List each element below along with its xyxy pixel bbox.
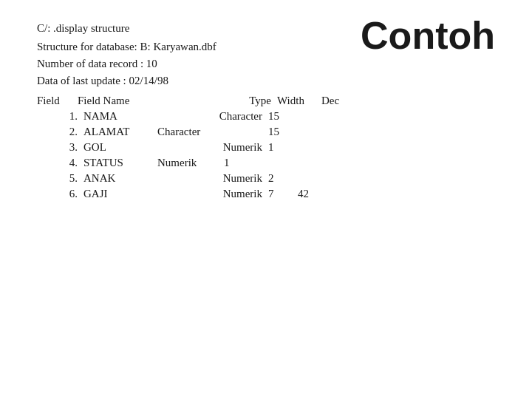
table-row: 1.NAMACharacter15 bbox=[37, 110, 495, 123]
header-field: Field bbox=[37, 95, 78, 107]
row-number: 2. bbox=[63, 126, 83, 138]
header-type: Type bbox=[151, 95, 277, 107]
table-row: 2.ALAMATCharacter15 bbox=[37, 126, 495, 138]
row-indent bbox=[37, 141, 63, 154]
row-indent bbox=[37, 172, 63, 185]
row-number: 5. bbox=[63, 172, 83, 185]
row-fieldname: ANAK bbox=[83, 172, 157, 185]
row-number: 1. bbox=[63, 110, 83, 123]
row-type: Character bbox=[157, 126, 268, 138]
row-indent bbox=[37, 126, 63, 138]
row-number: 3. bbox=[63, 141, 83, 154]
row-width: 1 bbox=[224, 157, 253, 169]
row-fieldname: GOL bbox=[83, 141, 157, 154]
row-type: Numerik bbox=[157, 141, 268, 154]
row-width: 15 bbox=[268, 110, 298, 123]
row-width: 2 bbox=[268, 172, 298, 185]
page-title: Contoh bbox=[361, 13, 495, 58]
row-fieldname: GAJI bbox=[83, 188, 157, 200]
table-row: 5.ANAKNumerik2 bbox=[37, 172, 495, 185]
header-dec: Dec bbox=[321, 95, 366, 107]
table-header: Field Field Name Type Width Dec bbox=[37, 95, 495, 107]
record-count-label: Number of data record : 10 bbox=[37, 58, 495, 70]
row-width: 15 bbox=[268, 126, 298, 138]
table-row: 4.STATUSNumerik1 bbox=[37, 157, 495, 169]
row-fieldname: ALAMAT bbox=[83, 126, 157, 138]
data-table: Field Field Name Type Width Dec 1.NAMACh… bbox=[37, 95, 495, 200]
row-fieldname: NAMA bbox=[83, 110, 157, 123]
row-width: 1 bbox=[268, 141, 298, 154]
header-width: Width bbox=[277, 95, 321, 107]
row-indent bbox=[37, 110, 63, 123]
row-type: Character bbox=[157, 110, 268, 123]
row-width: 7 bbox=[268, 188, 298, 200]
row-type: Numerik bbox=[157, 157, 224, 169]
row-dec: 42 bbox=[298, 188, 309, 200]
page: Contoh C/: .display structure Structure … bbox=[0, 0, 532, 399]
row-fieldname: STATUS bbox=[83, 157, 157, 169]
table-body: 1.NAMACharacter152.ALAMATCharacter153.GO… bbox=[37, 110, 495, 200]
row-type: Numerik bbox=[157, 172, 268, 185]
table-row: 3.GOLNumerik1 bbox=[37, 141, 495, 154]
header-fieldname: Field Name bbox=[78, 95, 151, 107]
row-indent bbox=[37, 188, 63, 200]
table-row: 6.GAJINumerik742 bbox=[37, 188, 495, 200]
row-number: 4. bbox=[63, 157, 83, 169]
row-number: 6. bbox=[63, 188, 83, 200]
row-type: Numerik bbox=[157, 188, 268, 200]
row-indent bbox=[37, 157, 63, 169]
last-update-label: Data of last update : 02/14/98 bbox=[37, 75, 495, 87]
